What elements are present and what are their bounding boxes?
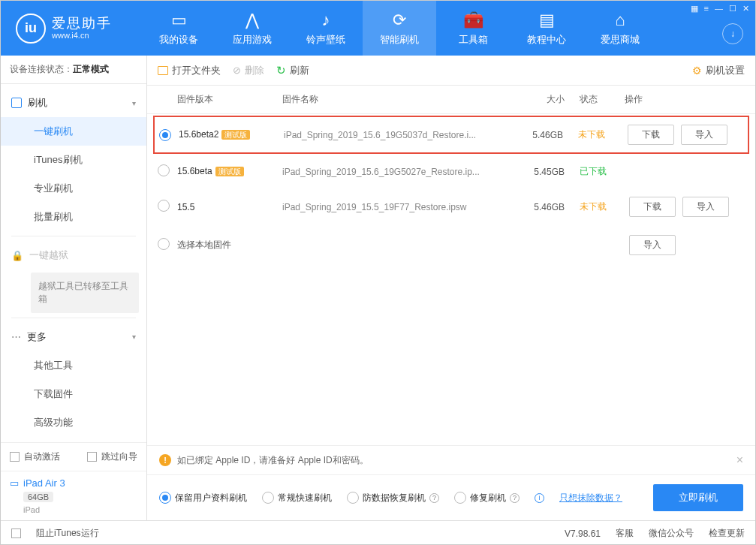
- store-icon: ⌂: [615, 11, 625, 30]
- sidebar-item-batch[interactable]: 批量刷机: [1, 203, 146, 231]
- option-repair[interactable]: 修复刷机?: [454, 492, 520, 504]
- toolbar: 打开文件夹 ⊘删除 ↻刷新 ⚙刷机设置: [147, 56, 755, 86]
- col-ops: 操作: [625, 93, 745, 106]
- device-name[interactable]: ▭ iPad Air 3: [10, 477, 137, 489]
- column-headers: 固件版本 固件名称 大小 状态 操作: [147, 86, 755, 114]
- firmware-name: iPad_Spring_2019_15.5_19F77_Restore.ipsw: [282, 202, 505, 212]
- nav-toolbox[interactable]: 🧰工具箱: [436, 1, 510, 56]
- auto-activate-label: 自动激活: [24, 450, 60, 463]
- footer: 阻止iTunes运行 V7.98.61 客服 微信公众号 检查更新: [1, 520, 755, 545]
- customer-service-link[interactable]: 客服: [616, 527, 634, 540]
- win-menu-icon[interactable]: ≡: [704, 4, 709, 14]
- open-folder-button[interactable]: 打开文件夹: [158, 64, 221, 77]
- download-button[interactable]: 下载: [629, 197, 676, 217]
- info-icon[interactable]: ?: [429, 493, 439, 503]
- row-radio[interactable]: [158, 200, 170, 212]
- win-max-icon[interactable]: ☐: [729, 4, 736, 14]
- firmware-status: 未下载: [563, 128, 623, 141]
- flash-options: 保留用户资料刷机 常规快速刷机 防数据恢复刷机? 修复刷机? i 只想抹除数据？…: [147, 474, 755, 520]
- sidebar-group-flash[interactable]: 刷机 ▾: [1, 89, 146, 117]
- firmware-row[interactable]: 15.6beta测试版 iPad_Spring_2019_15.6_19G502…: [147, 155, 755, 188]
- refresh-button[interactable]: ↻刷新: [276, 64, 309, 77]
- delete-button: ⊘删除: [233, 64, 264, 77]
- col-name: 固件名称: [282, 93, 505, 106]
- firmware-row[interactable]: 15.5 iPad_Spring_2019_15.5_19F77_Restore…: [147, 188, 755, 226]
- warning-icon: !: [159, 454, 171, 466]
- sidebar-item-other[interactable]: 其他工具: [1, 351, 146, 380]
- refresh-icon: ↻: [276, 64, 286, 77]
- firmware-size: 5.46GB: [505, 202, 565, 212]
- logo-icon: iu: [16, 14, 46, 44]
- device-capacity: 64GB: [23, 492, 53, 502]
- option-radio[interactable]: [262, 492, 274, 504]
- import-button[interactable]: 导入: [682, 197, 729, 217]
- gear-icon: ⚙: [692, 65, 702, 77]
- window-controls: ▦ ≡ — ☐ ✕: [691, 4, 749, 14]
- import-button[interactable]: 导入: [681, 125, 727, 145]
- logo: iu 爱思助手 www.i4.cn: [1, 14, 127, 44]
- local-firmware-row[interactable]: 选择本地固件 导入: [147, 226, 755, 264]
- option-radio[interactable]: [347, 492, 359, 504]
- nav-tutorial[interactable]: ▤教程中心: [510, 1, 583, 56]
- sidebar-item-pro[interactable]: 专业刷机: [1, 174, 146, 203]
- option-radio[interactable]: [159, 492, 171, 504]
- start-flash-button[interactable]: 立即刷机: [653, 484, 743, 511]
- auto-activate-checkbox[interactable]: [10, 452, 20, 462]
- apps-icon: ⋀: [245, 11, 259, 30]
- wechat-link[interactable]: 微信公众号: [649, 527, 694, 540]
- win-close-icon[interactable]: ✕: [742, 4, 749, 14]
- version-label: V7.98.61: [565, 528, 601, 539]
- flash-group-icon: [11, 98, 22, 108]
- option-antirecover[interactable]: 防数据恢复刷机?: [347, 492, 439, 504]
- firmware-name: iPad_Spring_2019_15.6_19G5027e_Restore.i…: [282, 167, 505, 177]
- info-icon[interactable]: ?: [510, 493, 520, 503]
- info-icon[interactable]: i: [535, 493, 544, 503]
- nav-store[interactable]: ⌂爱思商城: [583, 1, 657, 56]
- import-button[interactable]: 导入: [629, 235, 676, 255]
- col-status: 状态: [565, 93, 625, 106]
- nav-apps[interactable]: ⋀应用游戏: [215, 1, 289, 56]
- option-keep-data[interactable]: 保留用户资料刷机: [159, 492, 247, 504]
- chevron-down-icon: ▾: [132, 99, 136, 107]
- sidebar-item-oneclick[interactable]: 一键刷机: [1, 117, 146, 146]
- close-icon[interactable]: ×: [736, 453, 743, 467]
- sidebar-item-advanced[interactable]: 高级功能: [1, 408, 146, 437]
- option-radio[interactable]: [454, 492, 466, 504]
- delete-icon: ⊘: [233, 65, 241, 76]
- block-itunes-checkbox[interactable]: [11, 528, 21, 538]
- connection-status: 设备连接状态：正常模式: [1, 56, 146, 84]
- row-radio[interactable]: [158, 164, 170, 176]
- sidebar-item-itunes[interactable]: iTunes刷机: [1, 146, 146, 174]
- download-circle-icon[interactable]: ↓: [722, 23, 743, 44]
- firmware-size: 5.46GB: [503, 130, 563, 140]
- nav-flash[interactable]: ⟳智能刷机: [363, 1, 436, 56]
- win-grid-icon[interactable]: ▦: [691, 4, 698, 14]
- erase-data-link[interactable]: 只想抹除数据？: [559, 492, 622, 504]
- app-url: www.i4.cn: [52, 31, 112, 40]
- nav-ringtone[interactable]: ♪铃声壁纸: [289, 1, 363, 56]
- sidebar-group-jailbreak: 🔒 一键越狱: [1, 241, 146, 269]
- nav-my-device[interactable]: ▭我的设备: [142, 1, 215, 56]
- check-update-link[interactable]: 检查更新: [709, 527, 745, 540]
- skip-guide-label: 跳过向导: [101, 450, 137, 463]
- option-normal[interactable]: 常规快速刷机: [262, 492, 332, 504]
- tablet-icon: ▭: [10, 477, 19, 489]
- col-version: 固件版本: [177, 93, 282, 106]
- toolbox-icon: 🧰: [463, 11, 483, 30]
- firmware-row[interactable]: 15.6beta2测试版 iPad_Spring_2019_15.6_19G50…: [153, 116, 749, 154]
- sidebar-group-more[interactable]: ⋯ 更多 ▾: [1, 323, 146, 351]
- sidebar: 设备连接状态：正常模式 刷机 ▾ 一键刷机 iTunes刷机 专业刷机 批量刷机…: [1, 56, 147, 520]
- row-radio[interactable]: [159, 129, 171, 141]
- row-radio[interactable]: [158, 238, 170, 250]
- win-min-icon[interactable]: —: [715, 4, 723, 14]
- download-button[interactable]: 下载: [628, 125, 674, 145]
- skip-guide-checkbox[interactable]: [87, 452, 97, 462]
- beta-badge: 测试版: [215, 167, 244, 176]
- device-type: iPad: [23, 505, 137, 514]
- sidebar-item-download[interactable]: 下载固件: [1, 380, 146, 408]
- flash-settings-button[interactable]: ⚙刷机设置: [692, 64, 745, 77]
- book-icon: ▤: [539, 11, 555, 30]
- top-nav: ▭我的设备 ⋀应用游戏 ♪铃声壁纸 ⟳智能刷机 🧰工具箱 ▤教程中心 ⌂爱思商城: [142, 1, 657, 56]
- lock-icon: 🔒: [11, 250, 23, 261]
- appleid-notice: ! 如已绑定 Apple ID，请准备好 Apple ID和密码。 ×: [147, 445, 755, 474]
